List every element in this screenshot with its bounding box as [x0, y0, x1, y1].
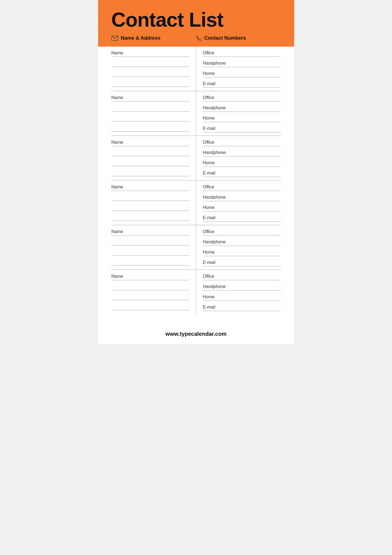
email-label: E-mail: [203, 301, 281, 311]
address-line-2: [111, 114, 189, 122]
home-label: Home: [203, 291, 281, 301]
home-label: Home: [203, 246, 281, 256]
footer: www.typecalendar.com: [98, 325, 294, 344]
left-section: Name: [111, 47, 196, 91]
email-label: E-mail: [203, 211, 281, 221]
name-line: [111, 57, 189, 57]
address-line-3: [111, 168, 189, 176]
header: Contact List Name & Address Contact Num: [98, 0, 294, 47]
email-field: E-mail: [203, 77, 281, 88]
name-label: Name: [111, 181, 189, 191]
home-label: Home: [203, 201, 281, 211]
email-line: [203, 177, 281, 177]
email-line: [203, 87, 281, 88]
email-line: [203, 266, 281, 266]
home-label: Home: [203, 112, 281, 122]
office-label: Office: [203, 270, 281, 280]
address-line-3: [111, 258, 189, 266]
email-field: E-mail: [203, 211, 281, 222]
email-field: E-mail: [203, 167, 281, 177]
name-label: Name: [111, 47, 189, 57]
handphone-label: Handphone: [203, 236, 281, 246]
right-section: Office Handphone Home E-mail: [196, 136, 281, 180]
email-line: [203, 311, 281, 311]
name-address-label: Name & Address: [121, 35, 161, 41]
handphone-label: Handphone: [203, 57, 281, 67]
email-line: [203, 132, 281, 132]
home-field: Home: [203, 291, 281, 301]
office-field: Office: [203, 181, 281, 191]
header-col-left: Name & Address: [111, 35, 196, 41]
left-section: Name: [111, 270, 196, 314]
home-field: Home: [203, 201, 281, 211]
contact-numbers-label: Contact Numbers: [204, 35, 246, 41]
header-col-right: Contact Numbers: [196, 35, 281, 41]
handphone-field: Handphone: [203, 191, 281, 201]
handphone-field: Handphone: [203, 146, 281, 157]
address-line-2: [111, 248, 189, 256]
address-line-3: [111, 213, 189, 221]
address-line-2: [111, 158, 189, 166]
address-line-2: [111, 203, 189, 211]
right-section: Office Handphone Home E-mail: [196, 181, 281, 225]
address-line-1: [111, 193, 189, 201]
email-label: E-mail: [203, 256, 281, 266]
office-field: Office: [203, 270, 281, 280]
name-line: [111, 101, 189, 102]
content: Name Office Handphone Home: [98, 47, 294, 325]
address-line-1: [111, 282, 189, 290]
office-label: Office: [203, 181, 281, 191]
right-section: Office Handphone Home E-mail: [196, 91, 281, 135]
name-line: [111, 235, 189, 236]
handphone-label: Handphone: [203, 146, 281, 156]
name-label: Name: [111, 270, 189, 280]
contact-entry: Name Office Handphone Home: [111, 269, 281, 314]
address-line-3: [111, 79, 189, 87]
office-label: Office: [203, 91, 281, 101]
address-line-1: [111, 148, 189, 156]
left-section: Name: [111, 91, 196, 135]
name-line: [111, 191, 189, 191]
email-label: E-mail: [203, 77, 281, 87]
office-label: Office: [203, 225, 281, 235]
email-field: E-mail: [203, 301, 281, 311]
page-title: Contact List: [111, 9, 281, 31]
left-section: Name: [111, 136, 196, 180]
email-label: E-mail: [203, 167, 281, 177]
contact-entry: Name Office Handphone Home: [111, 135, 281, 180]
home-field: Home: [203, 112, 281, 122]
address-line-1: [111, 59, 189, 67]
office-field: Office: [203, 225, 281, 236]
email-field: E-mail: [203, 122, 281, 132]
email-line: [203, 221, 281, 222]
page: Contact List Name & Address Contact Num: [98, 0, 294, 344]
office-field: Office: [203, 91, 281, 102]
handphone-label: Handphone: [203, 102, 281, 112]
right-section: Office Handphone Home E-mail: [196, 270, 281, 314]
home-field: Home: [203, 157, 281, 167]
handphone-label: Handphone: [203, 280, 281, 290]
footer-url: www.typecalendar.com: [166, 331, 226, 337]
header-columns: Name & Address Contact Numbers: [111, 35, 281, 41]
left-section: Name: [111, 181, 196, 225]
name-label: Name: [111, 225, 189, 235]
handphone-label: Handphone: [203, 191, 281, 201]
name-line: [111, 146, 189, 146]
email-label: E-mail: [203, 122, 281, 132]
office-label: Office: [203, 136, 281, 146]
home-label: Home: [203, 157, 281, 167]
address-line-3: [111, 124, 189, 132]
address-line-3: [111, 302, 189, 310]
address-line-1: [111, 238, 189, 246]
name-label: Name: [111, 136, 189, 146]
right-section: Office Handphone Home E-mail: [196, 225, 281, 269]
right-section: Office Handphone Home E-mail: [196, 47, 281, 91]
handphone-field: Handphone: [203, 280, 281, 291]
contact-entry: Name Office Handphone Home: [111, 91, 281, 135]
mail-icon: [111, 36, 118, 41]
left-section: Name: [111, 225, 196, 269]
handphone-field: Handphone: [203, 236, 281, 246]
address-line-2: [111, 69, 189, 77]
name-label: Name: [111, 91, 189, 101]
office-field: Office: [203, 136, 281, 146]
